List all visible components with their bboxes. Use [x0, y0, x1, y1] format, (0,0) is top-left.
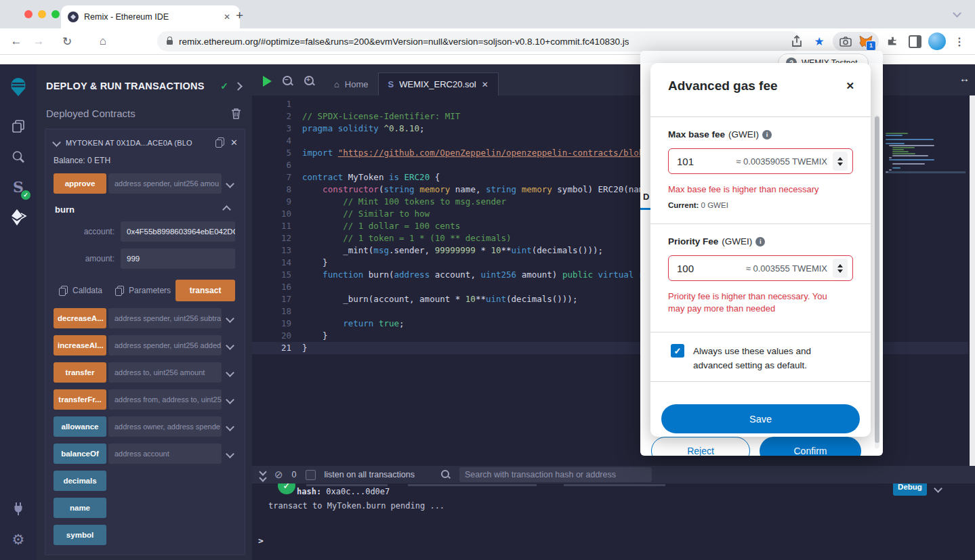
editor-minimap[interactable] [886, 131, 966, 173]
window-zoom-button[interactable] [51, 10, 60, 18]
max-base-fee-stepper[interactable] [833, 152, 848, 171]
burn-collapse-chevron-icon[interactable] [222, 205, 231, 214]
info-icon[interactable]: i [755, 237, 765, 246]
clear-console-icon[interactable]: ⊘ [274, 469, 283, 481]
function-increaseAl-button[interactable]: increaseAl... [54, 335, 106, 356]
forward-button[interactable]: → [30, 35, 47, 48]
tab-close-icon[interactable]: ✕ [482, 80, 489, 89]
expand-chevron-icon[interactable] [222, 343, 238, 349]
save-button[interactable]: Save [661, 404, 860, 433]
copy-parameters-icon[interactable] [115, 286, 124, 296]
deploy-and-run-icon[interactable] [0, 208, 37, 227]
priority-fee-input[interactable]: 100 ≈ 0.003555 TWEMIX [668, 255, 853, 281]
run-script-play-icon[interactable] [263, 76, 272, 87]
window-minimize-button[interactable] [38, 10, 46, 18]
remove-contract-icon[interactable]: ✕ [230, 137, 238, 148]
metamask-scrollbar[interactable] [875, 115, 879, 448]
bookmark-star-icon[interactable]: ★ [810, 33, 828, 50]
default-setting-checkbox[interactable]: ✓ [671, 344, 684, 358]
editor-scrollbar[interactable] [970, 95, 975, 466]
terminal: ⊘ 0 listen on all transactions Search wi… [252, 466, 975, 560]
amount-field-input[interactable]: 999 [121, 249, 235, 269]
transact-button[interactable]: transact [175, 280, 235, 301]
copy-address-icon[interactable] [215, 137, 224, 148]
remix-logo-icon[interactable] [0, 77, 37, 98]
function-balanceOf-button[interactable]: balanceOf [54, 444, 106, 464]
confirm-button[interactable]: Confirm [760, 437, 861, 456]
parameters-label[interactable]: Parameters [129, 286, 171, 295]
side-panel-icon[interactable] [906, 33, 924, 50]
expand-chevron-icon[interactable] [222, 451, 238, 457]
home-icon: ⌂ [334, 79, 339, 89]
panel-collapse-chevron-icon[interactable] [234, 82, 243, 91]
listen-all-checkbox[interactable] [306, 470, 316, 480]
copy-calldata-icon[interactable] [59, 286, 68, 296]
priority-fee-label-row: Priority Fee (GWEI) i [668, 236, 765, 246]
function-args-input[interactable]: address spender, uint256 added [108, 335, 222, 356]
function-args-input[interactable]: address owner, address spende [108, 416, 222, 437]
settings-gear-icon[interactable]: ⚙ [0, 532, 37, 548]
contract-collapse-chevron-icon[interactable] [52, 138, 61, 147]
tab-close-icon[interactable]: ✕ [221, 11, 233, 23]
resize-horizontal-icon[interactable]: ↔ [959, 72, 970, 84]
function-args-input[interactable]: address spender, uint256 subtra [108, 308, 222, 328]
approve-expand-chevron-icon[interactable] [222, 181, 238, 187]
expand-chevron-icon[interactable] [222, 397, 238, 403]
plugin-manager-icon[interactable] [0, 501, 37, 516]
terminal-expand-icon[interactable] [260, 469, 266, 481]
screenshot-extension-icon[interactable] [837, 33, 854, 50]
tab-search-chevron-icon[interactable] [954, 7, 960, 19]
search-icon[interactable] [0, 150, 37, 165]
default-setting-row: ✓ Always use these values and advanced s… [671, 344, 848, 372]
browser-tab[interactable]: Remix - Ethereum IDE ✕ [61, 5, 240, 28]
tx-hash-line[interactable]: hash: 0xa0c...0d0e7 [297, 487, 390, 496]
home-button[interactable]: ⌂ [95, 35, 111, 48]
log-expand-chevron-icon[interactable] [935, 482, 941, 494]
calldata-label[interactable]: Calldata [72, 286, 102, 295]
max-base-fee-input[interactable]: 101 ≈ 0.00359055 TWEMIX [668, 148, 853, 174]
function-transferFr-button[interactable]: transferFr... [54, 389, 106, 410]
extensions-puzzle-icon[interactable] [884, 33, 901, 50]
window-close-button[interactable] [24, 10, 33, 18]
divider [650, 381, 871, 382]
function-args-input[interactable]: address from, address to, uint25 [108, 389, 222, 410]
url-bar[interactable]: remix.ethereum.org/#optimize=false&runs=… [157, 31, 801, 51]
back-button[interactable]: ← [8, 35, 24, 48]
function-symbol-button[interactable]: symbol [54, 525, 106, 545]
expand-chevron-icon[interactable] [222, 370, 238, 376]
function-transfer-button[interactable]: transfer [54, 362, 106, 383]
approve-args-input[interactable]: address spender, uint256 amou [108, 173, 222, 194]
metamask-extension-icon[interactable]: 1 [857, 33, 875, 50]
expand-chevron-icon[interactable] [222, 316, 238, 322]
burn-function-title: burn [55, 204, 75, 215]
solidity-compiler-icon[interactable]: S ✓ [0, 178, 37, 196]
tab-home[interactable]: ⌂ Home [325, 73, 378, 95]
function-name-button[interactable]: name [54, 498, 106, 518]
function-decimals-button[interactable]: decimals [54, 471, 106, 491]
function-allowance-button[interactable]: allowance [54, 416, 106, 437]
expand-chevron-icon[interactable] [222, 424, 238, 430]
terminal-prompt[interactable]: > [258, 536, 264, 546]
reload-button[interactable]: ↻ [59, 35, 75, 49]
account-field-input[interactable]: 0x4F55b8998603964ebE042DC [121, 221, 235, 242]
profile-avatar[interactable] [928, 33, 946, 50]
function-approve-button[interactable]: approve [54, 173, 106, 194]
terminal-search-input[interactable]: Search with transaction hash or address [459, 467, 652, 482]
workspaces-icon[interactable] [0, 119, 37, 133]
browser-tabstrip: Remix - Ethereum IDE ✕ + [0, 0, 975, 28]
trash-icon[interactable] [231, 108, 241, 119]
info-icon[interactable]: i [762, 130, 772, 139]
priority-fee-stepper[interactable] [833, 259, 848, 278]
details-tab-fragment[interactable]: D [643, 192, 649, 202]
new-tab-button[interactable]: + [236, 8, 243, 23]
dialog-close-icon[interactable]: ✕ [846, 80, 854, 92]
browser-menu-icon[interactable]: ⋮ [951, 33, 968, 50]
zoom-in-icon[interactable]: + [304, 76, 315, 87]
function-decreaseA-button[interactable]: decreaseA... [54, 308, 106, 328]
tab-wemix-erc20[interactable]: S WEMIX_ERC20.sol ✕ [378, 72, 499, 95]
function-args-input[interactable]: address to, uint256 amount [108, 362, 222, 383]
zoom-out-icon[interactable]: − [283, 76, 293, 87]
reject-button[interactable]: Reject [651, 437, 750, 456]
share-icon[interactable] [788, 33, 806, 50]
function-args-input[interactable]: address account [108, 444, 222, 464]
